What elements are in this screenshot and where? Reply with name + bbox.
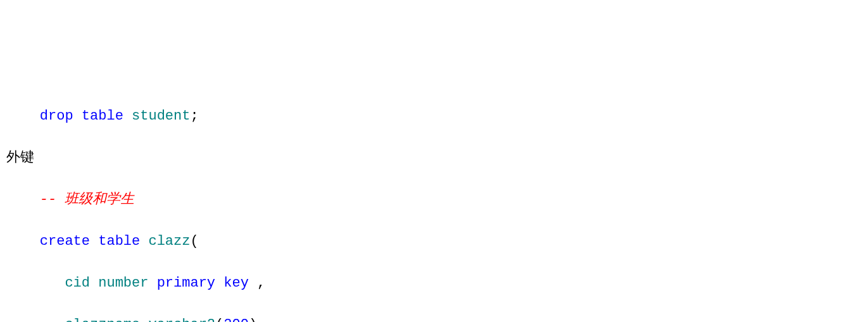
- punc-paren-open: (: [190, 233, 198, 249]
- ident-clazz: clazz: [148, 233, 190, 249]
- section-heading: 外键: [6, 147, 862, 168]
- comment-text: -- 班级和学生: [40, 192, 135, 207]
- ident-number: number: [98, 275, 148, 291]
- punc-paren-open: (: [215, 317, 223, 322]
- code-line-4: create table clazz(: [6, 231, 862, 252]
- ident-varchar2: varchar2: [148, 317, 215, 322]
- punc-comma: ,: [249, 275, 265, 291]
- keyword-primary: primary: [157, 275, 215, 291]
- ident-student: student: [132, 108, 190, 124]
- ident-cid: cid: [65, 275, 90, 291]
- number-200: 200: [223, 317, 249, 322]
- code-block: drop table student; 外键 -- 班级和学生 create t…: [6, 85, 862, 322]
- ident-clazzname: clazzname: [65, 317, 140, 322]
- code-line-5: cid number primary key ,: [6, 273, 862, 294]
- keyword-drop: drop: [40, 108, 73, 124]
- keyword-key: key: [223, 275, 249, 291]
- punc-paren-close: ): [249, 317, 257, 322]
- keyword-table: table: [98, 233, 140, 249]
- code-line-6: clazzname varchar2(200): [6, 314, 862, 322]
- punc-semicolon: ;: [190, 108, 198, 124]
- code-line-3: -- 班级和学生: [6, 189, 862, 210]
- keyword-table: table: [82, 108, 123, 124]
- code-line-1: drop table student;: [6, 106, 862, 127]
- keyword-create: create: [40, 233, 90, 249]
